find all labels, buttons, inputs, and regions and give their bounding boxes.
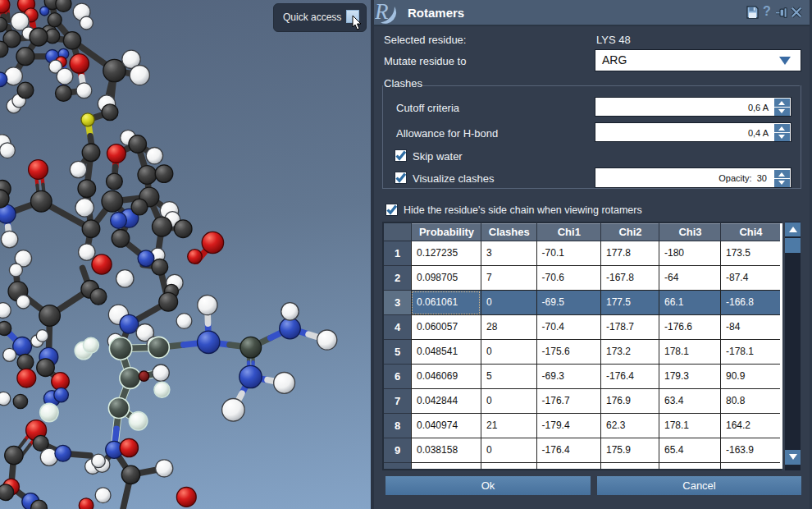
svg-text:R: R <box>375 0 389 24</box>
